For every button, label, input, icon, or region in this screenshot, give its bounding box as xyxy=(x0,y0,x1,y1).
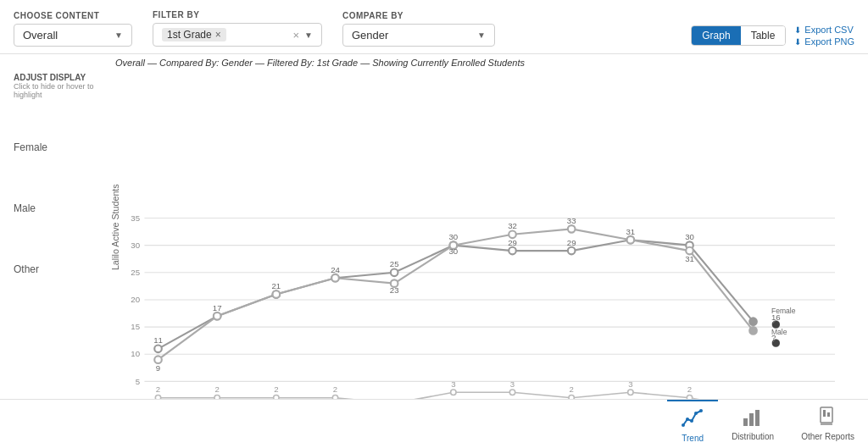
svg-text:Male: Male xyxy=(771,328,787,336)
nav-trend[interactable]: Trend xyxy=(667,400,718,448)
svg-text:25: 25 xyxy=(390,259,399,268)
svg-text:2: 2 xyxy=(333,384,337,394)
y-axis-label: Lalilo Active Students xyxy=(110,184,120,270)
nav-distribution[interactable]: Distribution xyxy=(718,400,787,448)
nav-other-reports[interactable]: Other Reports xyxy=(787,400,868,448)
trend-icon xyxy=(681,407,704,430)
svg-text:⚫: ⚫ xyxy=(771,339,781,348)
chart-area: Lalilo Active Students 0 5 10 15 20 25 3… xyxy=(107,73,854,427)
distribution-icon xyxy=(741,405,765,429)
graph-button[interactable]: Graph xyxy=(692,26,740,45)
svg-rect-78 xyxy=(755,410,760,426)
svg-text:30: 30 xyxy=(448,246,458,256)
svg-text:21: 21 xyxy=(271,281,281,290)
chevron-down-icon: ▼ xyxy=(304,30,313,40)
filter-by-label: FILTER BY xyxy=(153,10,322,19)
svg-text:3: 3 xyxy=(628,379,632,389)
view-toggle: Graph Table xyxy=(691,25,786,46)
svg-text:30: 30 xyxy=(131,241,140,250)
svg-rect-80 xyxy=(823,410,826,417)
male-dot-2 xyxy=(214,312,221,320)
svg-rect-81 xyxy=(827,412,830,417)
male-dot-3 xyxy=(273,290,281,298)
svg-text:29: 29 xyxy=(508,238,517,247)
svg-text:2: 2 xyxy=(214,384,219,394)
other-reports-label: Other Reports xyxy=(801,432,854,441)
compare-by-label: COMPARE BY xyxy=(342,11,495,20)
svg-text:24: 24 xyxy=(331,265,340,274)
svg-text:30: 30 xyxy=(685,232,694,241)
left-panel: ADJUST DISPLAY Click to hide or hover to… xyxy=(14,73,107,427)
compare-by-select[interactable]: Gender ▼ xyxy=(342,24,495,47)
svg-text:2: 2 xyxy=(156,384,160,394)
chevron-down-icon: ▼ xyxy=(114,30,123,40)
other-reports-icon xyxy=(816,405,840,429)
svg-text:31: 31 xyxy=(626,227,635,236)
svg-text:11: 11 xyxy=(153,335,163,345)
female-line xyxy=(159,240,754,349)
svg-text:3: 3 xyxy=(451,379,455,389)
download-icon: ⬇ xyxy=(794,25,801,35)
svg-text:9: 9 xyxy=(156,363,160,373)
other-dot-6 xyxy=(451,390,456,395)
filter-clear-icon[interactable]: × xyxy=(293,29,300,41)
filter-tag: 1st Grade × xyxy=(162,28,226,41)
svg-text:25: 25 xyxy=(131,268,140,277)
other-dot-7 xyxy=(509,390,515,395)
filter-tag-value: 1st Grade xyxy=(167,29,212,41)
download-icon: ⬇ xyxy=(794,37,801,47)
female-dot-11 xyxy=(749,318,757,325)
male-dot-11 xyxy=(749,327,757,335)
filter-tag-remove[interactable]: × xyxy=(215,29,221,41)
chart-svg: Lalilo Active Students 0 5 10 15 20 25 3… xyxy=(107,73,854,427)
other-dot-9 xyxy=(628,390,633,395)
svg-text:17: 17 xyxy=(213,303,222,312)
top-controls: CHOOSE CONTENT Overall ▼ FILTER BY 1st G… xyxy=(0,0,868,54)
filter-by-select[interactable]: 1st Grade × × ▼ xyxy=(153,23,322,47)
female-dot-7 xyxy=(509,247,516,255)
svg-text:29: 29 xyxy=(567,238,576,247)
svg-text:2: 2 xyxy=(569,384,573,394)
choose-content-select[interactable]: Overall ▼ xyxy=(14,24,132,47)
table-button[interactable]: Table xyxy=(741,26,786,45)
choose-content-group: CHOOSE CONTENT Overall ▼ xyxy=(14,11,132,47)
export-png-link[interactable]: ⬇ Export PNG xyxy=(794,36,854,47)
svg-point-71 xyxy=(682,423,685,427)
svg-text:30: 30 xyxy=(448,232,458,241)
legend-male[interactable]: Male xyxy=(14,202,107,214)
legend-other[interactable]: Other xyxy=(14,263,107,275)
legend: Female Male Other xyxy=(14,141,107,275)
export-csv-link[interactable]: ⬇ Export CSV xyxy=(794,25,854,35)
main-content: ADJUST DISPLAY Click to hide or hover to… xyxy=(0,71,868,427)
svg-text:32: 32 xyxy=(508,221,517,230)
female-dot-5 xyxy=(391,269,398,277)
svg-text:23: 23 xyxy=(390,285,399,295)
svg-point-74 xyxy=(694,412,698,415)
choose-content-value: Overall xyxy=(23,29,58,41)
svg-text:5: 5 xyxy=(136,377,140,386)
svg-text:3: 3 xyxy=(510,379,515,389)
female-dot-1 xyxy=(154,346,162,353)
svg-point-75 xyxy=(699,409,703,412)
chart-subtitle: Overall — Compared By: Gender — Filtered… xyxy=(14,58,854,68)
chart-subtitle-area: Overall — Compared By: Gender — Filtered… xyxy=(0,54,868,68)
svg-text:20: 20 xyxy=(131,295,140,304)
trend-label: Trend xyxy=(682,434,704,443)
adjust-display: ADJUST DISPLAY Click to hide or hover to… xyxy=(14,73,107,99)
male-dot-4 xyxy=(331,274,339,282)
legend-female[interactable]: Female xyxy=(14,141,107,153)
distribution-label: Distribution xyxy=(732,432,774,441)
export-links: ⬇ Export CSV ⬇ Export PNG xyxy=(794,25,854,47)
svg-text:Female: Female xyxy=(771,307,796,315)
svg-text:2: 2 xyxy=(274,384,278,394)
chevron-down-icon: ▼ xyxy=(477,30,486,40)
compare-by-group: COMPARE BY Gender ▼ xyxy=(342,11,495,47)
svg-rect-77 xyxy=(749,413,754,426)
filter-by-group: FILTER BY 1st Grade × × ▼ xyxy=(153,10,322,47)
svg-rect-76 xyxy=(743,418,748,426)
svg-text:10: 10 xyxy=(131,349,140,358)
bottom-nav: Trend Distribution Other Reports xyxy=(0,399,868,448)
svg-text:2: 2 xyxy=(687,384,692,394)
svg-text:33: 33 xyxy=(567,216,576,225)
svg-text:31: 31 xyxy=(685,254,694,263)
